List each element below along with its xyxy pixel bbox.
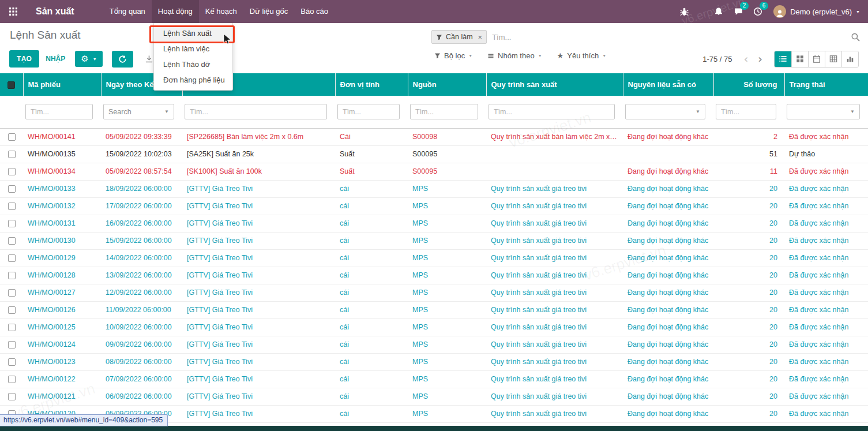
row-checkbox[interactable] <box>8 168 16 175</box>
row-checkbox[interactable] <box>8 220 16 227</box>
col-header-nguyen-lieu[interactable]: Nguyên liệu sẵn có <box>623 73 713 96</box>
table-row[interactable]: WH/MO/0012409/09/2022 06:00:00[GTTV] Giá… <box>0 336 868 353</box>
row-checkbox[interactable] <box>8 272 16 279</box>
menu-item-lenh-lam-viec[interactable]: Lệnh làm việc <box>154 41 232 57</box>
table-row[interactable]: WH/MO/0012611/09/2022 06:00:00[GTTV] Giá… <box>0 301 868 318</box>
filters-menu[interactable]: Bộ lọc ▼ <box>434 51 472 60</box>
filter-nguon-input[interactable] <box>410 104 478 119</box>
bottom-bar <box>0 426 868 431</box>
refresh-button[interactable] <box>112 51 133 68</box>
menu-hoat-dong[interactable]: Hoạt động <box>152 0 199 23</box>
cell-uom: cái <box>335 284 408 301</box>
col-header-quy-trinh[interactable]: Quy trình sản xuất <box>486 73 623 96</box>
row-checkbox[interactable] <box>8 376 16 383</box>
row-checkbox[interactable] <box>8 289 16 297</box>
facet-remove-icon[interactable]: × <box>476 33 483 42</box>
table-row[interactable]: WH/MO/0013015/09/2022 06:00:00[GTTV] Giá… <box>0 232 868 249</box>
cell-uom: cái <box>335 301 408 318</box>
table-row[interactable]: WH/MO/0012813/09/2022 06:00:00[GTTV] Giá… <box>0 267 868 284</box>
table-row[interactable]: WH/MO/0013515/09/2022 10:02:03[SA25K] Su… <box>0 145 868 163</box>
row-checkbox[interactable] <box>8 306 16 314</box>
row-checkbox[interactable] <box>8 341 16 348</box>
search-icon[interactable] <box>851 32 861 42</box>
table-row[interactable]: WH/MO/0013116/09/2022 06:00:00[GTTV] Giá… <box>0 215 868 232</box>
filter-ngay-select[interactable]: Search ▼ <box>103 104 174 119</box>
cell-source: MPS <box>408 249 486 267</box>
pager-next-icon[interactable]: › <box>754 52 766 66</box>
filter-ma-phieu-input[interactable] <box>25 104 93 119</box>
menu-ke-hoach[interactable]: Kế hoạch <box>199 0 243 23</box>
debug-bug-icon[interactable] <box>674 0 694 23</box>
row-checkbox[interactable] <box>8 358 16 366</box>
menu-item-don-hang-phe-lieu[interactable]: Đơn hàng phế liệu <box>154 72 232 88</box>
bell-icon[interactable] <box>709 0 728 23</box>
table-row[interactable]: WH/MO/0014105/09/2022 09:33:39[SP226685]… <box>0 128 868 145</box>
favorites-menu[interactable]: ★ Yêu thích ▼ <box>557 51 607 60</box>
filter-quy-trinh-input[interactable] <box>489 104 615 119</box>
cell-ref: WH/MO/00129 <box>23 249 101 267</box>
cell-state: Đã được xác nhận <box>784 284 868 301</box>
messages-icon[interactable]: 2 <box>728 0 748 23</box>
groupby-menu[interactable]: Nhóm theo ▼ <box>487 51 542 60</box>
import-button[interactable]: NHẬP <box>39 50 72 68</box>
pager-prev-icon[interactable]: ‹ <box>741 52 752 66</box>
row-checkbox[interactable] <box>8 151 16 158</box>
cell-process: Quy trình sản xuất giá treo tivi <box>486 249 623 267</box>
view-list-icon[interactable] <box>775 51 791 67</box>
activities-clock-icon[interactable]: 6 <box>748 0 768 23</box>
row-checkbox[interactable] <box>8 185 16 193</box>
menu-item-lenh-san-xuat[interactable]: Lệnh Sản xuất <box>154 25 232 41</box>
view-graph-icon[interactable] <box>841 51 858 67</box>
cell-state: Đã được xác nhận <box>784 353 868 370</box>
menu-item-lenh-thao-do[interactable]: Lệnh Tháo dỡ <box>154 57 232 72</box>
menu-du-lieu-goc[interactable]: Dữ liệu gốc <box>243 0 295 23</box>
col-header-ma-phieu[interactable]: Mã phiếu <box>23 73 101 96</box>
table-row[interactable]: WH/MO/0012308/09/2022 06:00:00[GTTV] Giá… <box>0 353 868 370</box>
view-calendar-icon[interactable] <box>808 51 825 67</box>
filter-trang-thai-select[interactable]: ▼ <box>787 104 860 119</box>
col-header-nguon[interactable]: Nguồn <box>408 73 486 96</box>
filter-san-pham-input[interactable] <box>185 104 327 119</box>
app-title[interactable]: Sản xuất <box>27 6 103 17</box>
action-gear-button[interactable]: ⚙ ▼ <box>75 51 102 67</box>
search-input[interactable] <box>487 33 851 42</box>
cell-state: Đã được xác nhận <box>784 267 868 284</box>
table-row[interactable]: WH/MO/0012106/09/2022 06:00:00[GTTV] Giá… <box>0 388 868 405</box>
table-row[interactable]: WH/MO/0012510/09/2022 06:00:00[GTTV] Giá… <box>0 318 868 336</box>
view-kanban-icon[interactable] <box>791 51 808 67</box>
row-checkbox[interactable] <box>8 324 16 331</box>
select-all-checkbox[interactable] <box>7 81 15 89</box>
cell-qty: 20 <box>713 370 784 388</box>
search-facet-can-lam[interactable]: Cần làm × <box>431 30 487 44</box>
control-panel-buttons: TẠO NHẬP ⚙ ▼ Bộ lọc ▼ Nhóm theo ▼ ★ <box>9 50 859 68</box>
create-button[interactable]: TẠO <box>9 50 39 68</box>
row-checkbox[interactable] <box>8 254 16 262</box>
menu-tong-quan[interactable]: Tổng quan <box>103 0 152 23</box>
table-row[interactable]: WH/MO/0012207/09/2022 06:00:00[GTTV] Giá… <box>0 370 868 388</box>
export-download-icon[interactable] <box>145 55 153 63</box>
cell-ref: WH/MO/00126 <box>23 301 101 318</box>
col-header-don-vi-tinh[interactable]: Đơn vị tính <box>335 73 408 96</box>
col-header-so-luong[interactable]: Số lượng <box>713 73 784 96</box>
table-row[interactable]: WH/MO/0012914/09/2022 06:00:00[GTTV] Giá… <box>0 249 868 267</box>
row-checkbox[interactable] <box>8 237 16 245</box>
table-row[interactable]: WH/MO/0012712/09/2022 06:00:00[GTTV] Giá… <box>0 284 868 301</box>
user-menu[interactable]: Demo (erpviet_v6) ▼ <box>768 5 868 18</box>
groupby-menu-label: Nhóm theo <box>498 51 535 60</box>
filter-nguyen-lieu-select[interactable]: ▼ <box>625 104 705 119</box>
table-row[interactable]: WH/MO/0013405/09/2022 08:57:54[SK100K] S… <box>0 163 868 180</box>
view-pivot-icon[interactable] <box>825 51 841 67</box>
filter-don-vi-tinh-input[interactable] <box>337 104 400 119</box>
filter-so-luong-input[interactable] <box>716 104 776 119</box>
search-bar[interactable]: Cần làm × <box>431 29 861 45</box>
favorites-menu-label: Yêu thích <box>567 51 599 60</box>
table-row[interactable]: WH/MO/0013318/09/2022 06:00:00[GTTV] Giá… <box>0 180 868 197</box>
menu-bao-cao[interactable]: Báo cáo <box>294 0 335 23</box>
cell-source: S00095 <box>408 145 486 163</box>
col-header-trang-thai[interactable]: Trạng thái <box>784 73 868 96</box>
apps-grid-icon[interactable] <box>0 0 27 23</box>
row-checkbox[interactable] <box>8 133 16 141</box>
row-checkbox[interactable] <box>8 203 16 210</box>
row-checkbox[interactable] <box>8 393 16 400</box>
table-row[interactable]: WH/MO/0013217/09/2022 06:00:00[GTTV] Giá… <box>0 197 868 215</box>
